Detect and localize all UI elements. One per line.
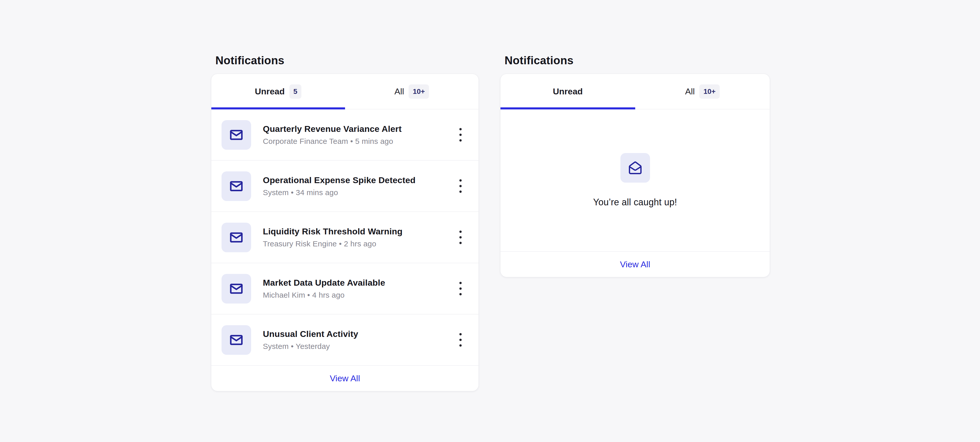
tab-unread[interactable]: Unread 5	[211, 74, 345, 109]
tab-bar: Unread 5 All 10+	[211, 74, 479, 109]
notification-text: Unusual Client Activity System • Yesterd…	[263, 329, 358, 351]
view-all-link[interactable]: View All	[330, 373, 360, 383]
notification-text: Market Data Update Available Michael Kim…	[263, 278, 385, 299]
notification-title: Unusual Client Activity	[263, 329, 358, 339]
tab-all-label: All	[685, 86, 695, 97]
notifications-panel-empty: Notifications Unread All 10+ You’re all …	[501, 54, 768, 277]
notification-meta: Michael Kim • 4 hrs ago	[263, 291, 385, 299]
notification-text: Operational Expense Spike Detected Syste…	[263, 175, 415, 197]
view-all-link[interactable]: View All	[620, 259, 650, 269]
notification-row[interactable]: Liquidity Risk Threshold Warning Treasur…	[211, 212, 479, 263]
mail-icon	[221, 325, 251, 355]
more-options-button[interactable]	[457, 331, 464, 349]
more-options-button[interactable]	[457, 279, 464, 298]
mail-open-icon	[620, 153, 650, 183]
mail-icon	[221, 171, 251, 201]
notifications-card: Unread All 10+ You’re all caught up! Vie…	[501, 74, 770, 277]
notification-row[interactable]: Quarterly Revenue Variance Alert Corpora…	[211, 109, 479, 161]
empty-state-message: You’re all caught up!	[593, 197, 677, 208]
notification-meta: System • 34 mins ago	[263, 188, 415, 197]
notification-title: Market Data Update Available	[263, 278, 385, 288]
mail-icon	[221, 223, 251, 252]
notification-title: Liquidity Risk Threshold Warning	[263, 227, 402, 236]
notification-text: Quarterly Revenue Variance Alert Corpora…	[263, 124, 402, 146]
notification-meta: Treasury Risk Engine • 2 hrs ago	[263, 239, 402, 248]
card-footer: View All	[211, 366, 479, 391]
tab-all-label: All	[395, 86, 404, 97]
tab-all[interactable]: All 10+	[345, 74, 479, 109]
notifications-widgets: Notifications Unread 5 All 10+ Quarterl	[211, 54, 768, 391]
more-options-button[interactable]	[457, 125, 464, 144]
notification-row[interactable]: Market Data Update Available Michael Kim…	[211, 263, 479, 314]
active-tab-indicator	[211, 108, 345, 109]
tab-unread-label: Unread	[553, 86, 583, 97]
notification-title: Quarterly Revenue Variance Alert	[263, 124, 402, 134]
tab-unread[interactable]: Unread	[501, 74, 635, 109]
more-options-button[interactable]	[457, 177, 464, 195]
page-title: Notifications	[504, 54, 768, 67]
notification-title: Operational Expense Spike Detected	[263, 175, 415, 185]
tab-unread-label: Unread	[255, 86, 285, 97]
empty-state: You’re all caught up!	[501, 109, 770, 252]
card-footer: View All	[501, 252, 770, 277]
notification-meta: System • Yesterday	[263, 342, 358, 351]
unread-count-badge: 5	[290, 84, 302, 99]
tab-all[interactable]: All 10+	[635, 74, 770, 109]
all-count-badge: 10+	[699, 84, 720, 99]
notification-text: Liquidity Risk Threshold Warning Treasur…	[263, 227, 402, 248]
mail-icon	[221, 120, 251, 150]
page-title: Notifications	[215, 54, 479, 67]
notification-row[interactable]: Operational Expense Spike Detected Syste…	[211, 161, 479, 212]
active-tab-indicator	[501, 108, 635, 109]
mail-icon	[221, 274, 251, 304]
notification-meta: Corporate Finance Team • 5 mins ago	[263, 137, 402, 146]
more-options-button[interactable]	[457, 228, 464, 247]
tab-bar: Unread All 10+	[501, 74, 770, 109]
notifications-panel-list: Notifications Unread 5 All 10+ Quarterl	[211, 54, 479, 391]
notifications-card: Unread 5 All 10+ Quarterly Revenue Varia…	[211, 74, 479, 391]
notification-row[interactable]: Unusual Client Activity System • Yesterd…	[211, 314, 479, 366]
all-count-badge: 10+	[409, 84, 429, 99]
